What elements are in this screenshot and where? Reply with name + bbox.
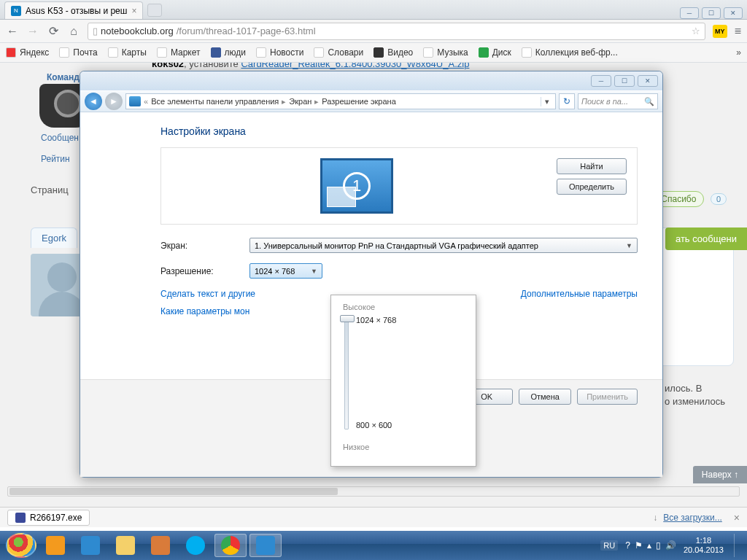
- post-link[interactable]: CardReader_Realtek_6.1.8400.39030_W8x64U…: [241, 63, 469, 69]
- bookmark-favicon: [479, 47, 489, 58]
- slider-thumb[interactable]: [340, 315, 355, 322]
- bookmark-favicon: [157, 47, 167, 58]
- download-item[interactable]: R266197.exe: [7, 510, 90, 526]
- bookmark-star-icon[interactable]: ☆: [692, 26, 700, 36]
- taskbar-item-ie[interactable]: [74, 534, 107, 557]
- nav-forward-icon: ►: [105, 93, 123, 110]
- bookmark-favicon: [423, 47, 433, 58]
- browser-tabstrip: N Asus K53 - отзывы и реш × ─ ☐ ✕: [0, 0, 747, 20]
- thanks-block: Спасибо 0: [653, 191, 727, 207]
- download-arrow-icon: ↓: [653, 513, 657, 523]
- search-input[interactable]: Поиск в па... 🔍: [578, 93, 658, 109]
- taskbar-item-media[interactable]: [39, 534, 71, 557]
- browser-tab[interactable]: N Asus K53 - отзывы и реш ×: [4, 1, 143, 19]
- nav-back-icon[interactable]: ◄: [85, 93, 102, 110]
- scroll-top-button[interactable]: Наверх ↑: [693, 466, 747, 483]
- breadcrumb-item[interactable]: Экран: [289, 97, 311, 106]
- resolution-option[interactable]: 800 × 600: [356, 421, 396, 429]
- bookmark-item[interactable]: Карты: [108, 47, 147, 58]
- show-desktop-button[interactable]: [734, 534, 741, 557]
- taskbar-item-skype[interactable]: [179, 534, 212, 557]
- window-minimize-icon[interactable]: ─: [591, 75, 611, 87]
- taskbar-item-app[interactable]: [144, 534, 177, 557]
- bookmark-item[interactable]: люди: [211, 47, 246, 58]
- refresh-icon[interactable]: ↻: [559, 93, 575, 109]
- bookmark-favicon: [314, 47, 324, 58]
- chevron-down-icon: ▼: [311, 268, 317, 275]
- find-button[interactable]: Найти: [557, 158, 627, 174]
- chrome-close-icon[interactable]: ✕: [724, 7, 743, 19]
- post-fragment: илось. Во изменилось: [665, 382, 725, 408]
- user-tab[interactable]: Egork: [31, 228, 77, 248]
- bookmark-item[interactable]: Словари: [314, 47, 363, 58]
- system-tray: RU ? ⚑ ▴ ▯ 🔊 1:18 20.04.2013: [600, 534, 741, 557]
- flag-icon[interactable]: ⚑: [635, 540, 643, 551]
- volume-icon[interactable]: 🔊: [665, 540, 676, 551]
- taskbar: RU ? ⚑ ▴ ▯ 🔊 1:18 20.04.2013: [0, 531, 747, 560]
- cancel-button[interactable]: Отмена: [519, 389, 571, 405]
- bookmark-item[interactable]: Видео: [374, 47, 413, 58]
- tab-close-icon[interactable]: ×: [131, 6, 136, 16]
- slider-low-label: Низкое: [343, 443, 465, 451]
- bookmark-item[interactable]: Коллекция веб-фр...: [522, 47, 618, 58]
- chevron-down-icon: ▼: [626, 242, 632, 249]
- url-input[interactable]: ▯ notebookclub.org/forum/thread-1017-pag…: [88, 23, 705, 40]
- show-all-downloads-link[interactable]: Все загрузки...: [663, 513, 722, 523]
- taskbar-item-explorer[interactable]: [109, 534, 142, 557]
- downloads-close-icon[interactable]: ×: [734, 512, 740, 524]
- taskbar-item-controlpanel[interactable]: [249, 534, 282, 557]
- home-icon[interactable]: ⌂: [67, 25, 80, 38]
- chrome-minimize-icon[interactable]: ─: [680, 7, 699, 19]
- bookmark-item[interactable]: Маркет: [157, 47, 201, 58]
- clock[interactable]: 1:18 20.04.2013: [684, 536, 724, 555]
- language-indicator[interactable]: RU: [600, 540, 618, 551]
- tray-up-icon[interactable]: ▴: [647, 540, 651, 551]
- address-bar: ← → ⟳ ⌂ ▯ notebookclub.org/forum/thread-…: [0, 20, 747, 43]
- horizontal-scrollbar[interactable]: [7, 486, 740, 497]
- help-icon[interactable]: ?: [625, 540, 630, 551]
- extension-icon[interactable]: MY: [713, 25, 727, 38]
- bookmarks-overflow-icon[interactable]: »: [736, 47, 741, 58]
- resolution-slider-popup: Высокое 747 × 560 800 × 600 Низкое: [330, 295, 476, 467]
- resolution-slider[interactable]: [344, 316, 349, 429]
- breadcrumb[interactable]: « Все элементы панели управления ▸ Экран…: [125, 93, 556, 109]
- breadcrumb-item[interactable]: Все элементы панели управления: [151, 97, 279, 106]
- window-maximize-icon[interactable]: ☐: [614, 75, 635, 87]
- text-size-link[interactable]: Сделать текст и другие: [160, 289, 255, 299]
- bookmark-favicon: [256, 47, 266, 58]
- chrome-menu-icon[interactable]: ≡: [735, 25, 741, 38]
- control-panel-icon: [129, 96, 141, 106]
- slider-high-label: Высокое: [343, 303, 465, 311]
- skype-icon: [186, 536, 205, 555]
- window-close-icon[interactable]: ✕: [638, 75, 658, 87]
- url-host: notebookclub.org: [101, 26, 174, 36]
- tab-favicon: N: [11, 6, 21, 16]
- bookmark-item[interactable]: Новости: [256, 47, 303, 58]
- chrome-maximize-icon[interactable]: ☐: [702, 7, 721, 19]
- scrollbar-thumb[interactable]: [9, 488, 338, 495]
- monitor-thumbnail[interactable]: 1: [320, 158, 393, 214]
- resolution-combobox[interactable]: 747 × 560 ▼: [249, 263, 322, 279]
- network-icon[interactable]: ▯: [656, 540, 661, 551]
- screen-combobox[interactable]: 1. Универсальный монитор PnP на Стандарт…: [249, 238, 638, 253]
- monitor-params-link[interactable]: Какие параметры мон: [160, 306, 255, 316]
- detect-button[interactable]: Определить: [557, 179, 627, 195]
- new-message-button[interactable]: ать сообщени: [665, 228, 747, 250]
- breadcrumb-dropdown-icon[interactable]: ▾: [541, 97, 552, 106]
- back-icon[interactable]: ←: [6, 25, 19, 38]
- advanced-params-link[interactable]: Дополнительные параметры: [521, 289, 638, 299]
- bookmark-item[interactable]: Почта: [59, 47, 97, 58]
- resolution-option[interactable]: 747 × 560: [356, 316, 396, 324]
- bookmark-item[interactable]: Музыка: [423, 47, 468, 58]
- start-button[interactable]: [6, 533, 36, 558]
- bookmark-item[interactable]: Яндекс: [6, 47, 49, 58]
- resolution-label: Разрешение:: [160, 266, 249, 276]
- bookmark-item[interactable]: Диск: [479, 47, 511, 58]
- window-titlebar[interactable]: ─ ☐ ✕: [80, 71, 662, 90]
- bookmark-favicon: [522, 47, 532, 58]
- forward-icon: →: [26, 25, 39, 38]
- taskbar-item-chrome[interactable]: [214, 534, 247, 557]
- breadcrumb-item[interactable]: Разрешение экрана: [322, 97, 395, 106]
- new-tab-button[interactable]: [147, 4, 162, 17]
- reload-icon[interactable]: ⟳: [47, 25, 60, 38]
